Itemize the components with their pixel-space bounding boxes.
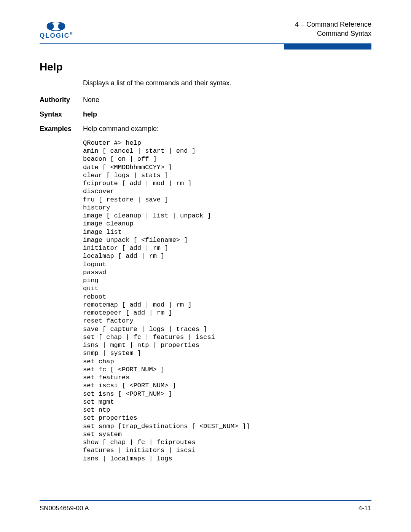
authority-value: None [83, 95, 99, 104]
page-header: QLOGIC® 4 – Command Reference Command Sy… [40, 20, 371, 43]
section-title: Help [40, 61, 371, 73]
page: QLOGIC® 4 – Command Reference Command Sy… [0, 0, 411, 532]
syntax-row: Syntax help [40, 110, 371, 119]
chapter-title: 4 – Command Reference [295, 20, 371, 29]
examples-label: Examples [40, 124, 83, 133]
authority-row: Authority None [40, 95, 371, 104]
examples-value: Help command example: [83, 124, 159, 133]
page-footer: SN0054659-00 A 4-11 [40, 500, 371, 512]
svg-point-0 [47, 23, 53, 29]
chapter-subtitle: Command Syntax [295, 29, 371, 38]
authority-label: Authority [40, 95, 83, 104]
footer-rule [40, 500, 371, 501]
doc-number: SN0054659-00 A [40, 505, 89, 512]
section-intro: Displays a list of the commands and thei… [83, 78, 371, 88]
logo-text: QLOGIC® [40, 32, 72, 40]
content: Help Displays a list of the commands and… [40, 50, 371, 463]
syntax-value: help [83, 110, 97, 119]
examples-row: Examples Help command example: [40, 124, 371, 133]
page-number: 4-11 [358, 505, 371, 512]
header-info: 4 – Command Reference Command Syntax [295, 20, 371, 40]
header-rule [40, 43, 371, 50]
svg-point-1 [59, 23, 65, 29]
logo: QLOGIC® [40, 22, 72, 40]
qlogic-mark-icon [45, 22, 67, 31]
syntax-label: Syntax [40, 110, 83, 119]
code-output: QRouter #> help amin [ cancel | start | … [83, 139, 371, 463]
logo-name: QLOGIC [40, 32, 70, 39]
